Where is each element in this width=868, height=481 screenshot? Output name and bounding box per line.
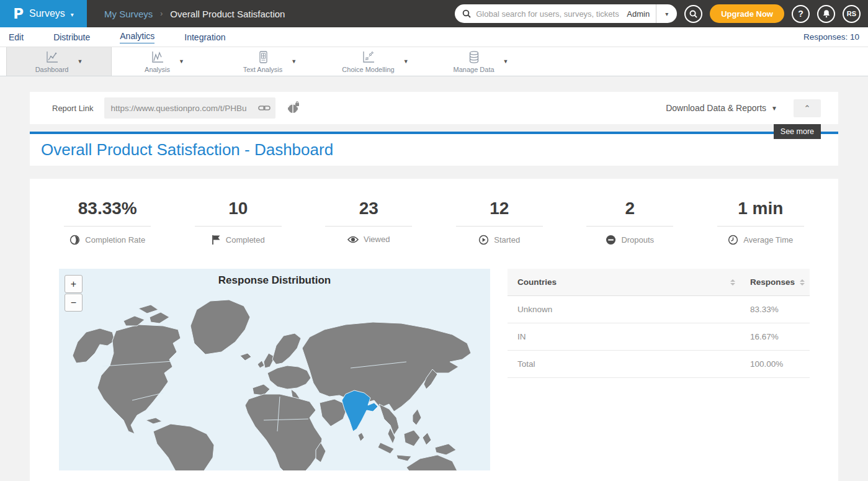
chevron-down-icon[interactable]: ▼ xyxy=(403,58,409,65)
completion-rate-icon xyxy=(69,235,80,245)
country-cell: Unknown xyxy=(508,296,740,323)
help-button[interactable]: ? xyxy=(792,5,810,23)
map-zoom-in-button[interactable]: + xyxy=(65,275,83,293)
stat-divider xyxy=(717,226,804,227)
sort-icon[interactable] xyxy=(800,279,805,285)
chevron-down-icon: ▾ xyxy=(71,11,74,18)
responses-cell: 16.67% xyxy=(740,323,810,351)
topbar-actions: Admin ▾ Upgrade Now ? RS xyxy=(455,4,868,23)
help-question-icon: ? xyxy=(798,9,803,19)
upgrade-now-button[interactable]: Upgrade Now xyxy=(710,4,784,23)
link-icon[interactable] xyxy=(258,104,271,112)
tab-distribute[interactable]: Distribute xyxy=(53,32,90,42)
avatar[interactable]: RS xyxy=(843,5,861,23)
stat-label: Average Time xyxy=(743,235,793,245)
surveys-product-menu[interactable]: P Surveys ▾ xyxy=(0,0,87,27)
sort-icon[interactable] xyxy=(730,279,735,285)
stat-divider xyxy=(195,226,282,227)
toolbar-label: Manage Data xyxy=(454,66,494,73)
tab-edit[interactable]: Edit xyxy=(9,32,24,42)
toolbar-item-manage-data[interactable]: Manage Data ▼ xyxy=(428,47,534,76)
top-bar: P Surveys ▾ My Surveys › Overall Product… xyxy=(0,0,868,27)
report-link-bar: Report Link Download Data & Reports ▼ ⌃ … xyxy=(30,92,838,124)
toolbar-item-analysis[interactable]: Analysis ▼ xyxy=(112,47,217,76)
table-row: Unknown 83.33% xyxy=(508,296,810,323)
toolbar-item-dashboard[interactable]: Dashboard ▼ xyxy=(6,47,112,76)
stat-divider xyxy=(586,226,673,227)
flag-icon xyxy=(212,235,221,245)
notifications-button[interactable] xyxy=(817,5,835,23)
chevron-down-icon[interactable]: ▼ xyxy=(77,58,83,65)
stat-divider xyxy=(325,226,412,227)
stat-label: Completed xyxy=(226,235,265,245)
clock-icon xyxy=(728,235,738,245)
map-title: Response Distribution xyxy=(59,274,490,287)
see-more-collapse-button[interactable]: ⌃ xyxy=(794,99,821,117)
stat-value: 83.33% xyxy=(42,199,173,218)
chevron-down-icon[interactable]: ▼ xyxy=(503,58,509,65)
eye-icon xyxy=(347,235,359,244)
text-document-icon xyxy=(256,50,271,65)
table-header-row: Countries Responses xyxy=(508,269,810,296)
stat-divider xyxy=(64,226,151,227)
chevron-down-icon[interactable]: ▼ xyxy=(291,58,297,65)
stat-value: 12 xyxy=(434,199,565,218)
chevron-down-icon[interactable]: ▼ xyxy=(179,58,184,65)
breadcrumb-separator: › xyxy=(160,9,163,18)
play-circle-icon xyxy=(478,235,489,245)
toolbar-label: Dashboard xyxy=(35,66,69,73)
table-row: IN 16.67% xyxy=(508,323,810,351)
stat-label: Started xyxy=(494,235,520,245)
search-scope-dropdown[interactable]: ▾ xyxy=(656,4,677,23)
toolbar-item-text-analysis[interactable]: Text Analysis ▼ xyxy=(217,47,323,76)
global-search[interactable]: Admin ▾ xyxy=(455,4,677,23)
stat-started: 12 Started xyxy=(434,199,565,245)
stat-label: Dropouts xyxy=(621,235,654,245)
database-icon xyxy=(467,50,481,65)
column-header-responses[interactable]: Responses xyxy=(740,269,810,296)
stat-value: 23 xyxy=(303,199,434,218)
response-distribution-map[interactable]: Response Distribution + − xyxy=(59,269,490,470)
global-search-input[interactable] xyxy=(476,9,620,19)
tab-integration[interactable]: Integration xyxy=(184,32,225,42)
stat-completion-rate: 83.33% Completion Rate xyxy=(42,199,173,245)
analysis-chart-icon xyxy=(150,50,165,65)
map-zoom-out-button[interactable]: − xyxy=(65,294,83,312)
toolbar-label: Text Analysis xyxy=(243,66,283,73)
countries-header-label: Countries xyxy=(517,277,725,287)
column-header-countries[interactable]: Countries xyxy=(508,269,740,296)
bell-icon xyxy=(822,9,831,18)
report-url-input[interactable] xyxy=(110,104,258,113)
download-data-reports-label: Download Data & Reports xyxy=(666,103,766,113)
distribution-row: Response Distribution + − xyxy=(59,269,810,470)
download-data-reports-menu[interactable]: Download Data & Reports ▼ xyxy=(666,103,777,113)
stats-row: 83.33% Completion Rate 10 Completed 23 xyxy=(30,199,838,245)
world-map[interactable] xyxy=(59,269,490,470)
advanced-search-button[interactable] xyxy=(684,5,702,23)
stat-value: 10 xyxy=(173,199,304,218)
report-link-label: Report Link xyxy=(52,104,93,113)
countries-table: Countries Responses xyxy=(508,269,810,378)
toolbar-label: Choice Modelling xyxy=(342,66,394,73)
search-scope-label: Admin xyxy=(620,9,656,19)
questionpro-logo-icon: P xyxy=(13,6,24,22)
report-url-box[interactable] xyxy=(104,97,275,119)
scatter-chart-icon xyxy=(361,50,376,65)
line-chart-icon xyxy=(45,50,60,65)
stat-value: 1 min xyxy=(696,199,826,218)
stat-average-time: 1 min Average Time xyxy=(696,199,826,245)
tab-analytics[interactable]: Analytics xyxy=(120,31,154,43)
breadcrumb-my-surveys[interactable]: My Surveys xyxy=(104,9,153,19)
globe-lock-icon[interactable] xyxy=(287,101,300,115)
stat-label: Completion Rate xyxy=(85,235,145,245)
minus-circle-icon xyxy=(606,235,616,245)
country-cell: IN xyxy=(508,323,740,351)
table-row: Total 100.00% xyxy=(508,351,810,378)
avatar-initials: RS xyxy=(847,10,856,17)
toolbar-item-choice-modelling[interactable]: Choice Modelling ▼ xyxy=(323,47,428,76)
country-cell: Total xyxy=(508,351,740,378)
title-bar: Overall Product Satisfaction - Dashboard xyxy=(30,134,838,166)
survey-nav: Edit Distribute Analytics Integration Re… xyxy=(0,27,868,47)
chevron-down-icon: ▼ xyxy=(771,105,777,112)
stat-dropouts: 2 Dropouts xyxy=(565,199,696,245)
